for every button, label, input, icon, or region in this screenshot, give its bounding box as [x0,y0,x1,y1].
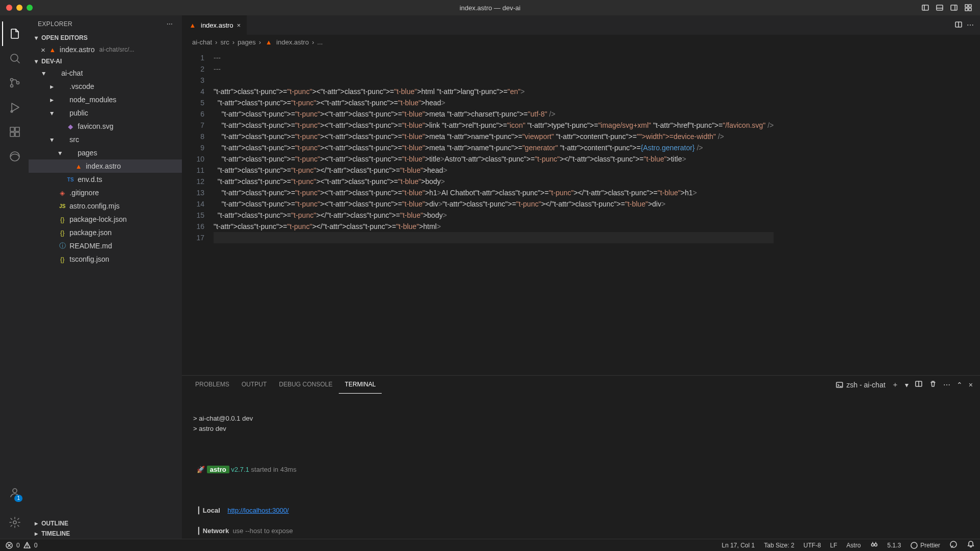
chevron-right-icon: ▸ [33,520,40,527]
breadcrumb-item[interactable]: index.astro [276,38,309,46]
panel-more-icon[interactable]: ⋯ [943,381,950,389]
editor-tab-active[interactable]: ▲ index.astro × [182,15,247,35]
explorer-activity-button[interactable] [2,21,27,46]
edge-activity-button[interactable] [2,144,27,169]
tree-item-label: tsconfig.json [69,255,109,263]
tree-item[interactable]: ⓘREADME.md [29,239,182,252]
toggle-secondary-sidebar-icon[interactable] [947,2,961,13]
encoding-status[interactable]: UTF-8 [804,542,821,549]
tree-item[interactable]: ▸.vscode [29,80,182,93]
close-window-button[interactable] [6,5,12,11]
split-editor-icon[interactable] [954,20,963,30]
chevron-down-icon: ▾ [33,58,40,65]
tree-item[interactable]: ▾ai-chat [29,66,182,80]
kill-terminal-icon[interactable] [929,380,937,389]
svg-point-36 [911,542,917,548]
file-tree: ▾ai-chat▸.vscode▸node_modules▾public◆fav… [29,66,182,266]
eol-status[interactable]: LF [830,542,837,549]
tree-item-label: favicon.svg [78,122,113,130]
explorer-sidebar: EXPLORER ⋯ ▾ OPEN EDITORS × ▲ index.astr… [29,15,182,539]
editor-tabs: ▲ index.astro × ⋯ [182,15,980,35]
git-file-icon: ◈ [58,188,67,197]
breadcrumb-item[interactable]: src [220,38,229,46]
close-tab-icon[interactable]: × [237,21,241,29]
panel-tab[interactable]: PROBLEMS [189,376,236,394]
tree-item[interactable]: ▸node_modules [29,93,182,106]
minimize-window-button[interactable] [16,5,22,11]
tree-item-label: src [69,135,79,144]
search-activity-button[interactable] [2,46,27,71]
toggle-primary-sidebar-icon[interactable] [919,2,932,13]
panel-tab[interactable]: DEBUG CONSOLE [273,376,339,394]
tree-item-label: .gitignore [69,189,99,197]
check-icon [910,541,918,549]
language-status[interactable]: Astro [847,542,861,549]
tree-item-label: ai-chat [61,69,83,77]
maximize-panel-icon[interactable]: ⌃ [956,381,963,389]
extensions-activity-button[interactable] [2,120,27,144]
tree-item-label: package-lock.json [69,215,127,223]
maximize-window-button[interactable] [27,5,33,11]
accounts-activity-button[interactable]: 1 [2,480,27,505]
source-control-activity-button[interactable] [2,71,27,95]
outline-section-header[interactable]: ▸ OUTLINE [29,518,182,529]
copilot-icon[interactable] [870,540,878,550]
tree-item[interactable]: {}package-lock.json [29,213,182,226]
indentation-status[interactable]: Tab Size: 2 [764,542,794,549]
feedback-icon[interactable] [949,540,958,550]
panel-tab[interactable]: TERMINAL [339,376,382,394]
tree-item[interactable]: ◈.gitignore [29,186,182,199]
svg-point-35 [874,544,877,546]
version-status[interactable]: 5.1.3 [888,542,901,549]
customize-layout-icon[interactable] [962,2,975,13]
bottom-panel: PROBLEMSOUTPUTDEBUG CONSOLETERMINAL zsh … [182,375,980,539]
svg-marker-15 [12,103,19,111]
notifications-icon[interactable] [967,540,975,550]
svg-rect-9 [969,8,971,11]
open-editor-item[interactable]: × ▲ index.astro ai-chat/src/... [29,43,182,56]
split-terminal-icon[interactable] [915,380,923,389]
tree-item[interactable]: {}tsconfig.json [29,252,182,266]
terminal-dropdown-icon[interactable]: ▾ [905,381,908,389]
tree-item[interactable]: ▾src [29,133,182,146]
panel-tab[interactable]: OUTPUT [236,376,273,394]
cursor-position[interactable]: Ln 17, Col 1 [721,542,755,549]
close-editor-icon[interactable]: × [41,45,45,54]
tree-item[interactable]: ▾pages [29,146,182,159]
tree-item[interactable]: ◆favicon.svg [29,120,182,133]
open-editors-section-header[interactable]: ▾ OPEN EDITORS [29,33,182,43]
breadcrumb-item[interactable]: pages [238,38,255,46]
settings-activity-button[interactable] [2,510,27,535]
timeline-section-header[interactable]: ▸ TIMELINE [29,529,182,539]
breadcrumb-item[interactable]: ... [317,38,323,46]
close-panel-icon[interactable]: × [969,381,973,389]
terminal-content[interactable]: > ai-chat@0.0.1 dev> astro dev 🚀 astro v… [182,394,980,539]
new-terminal-icon[interactable]: ＋ [892,380,899,389]
tree-item[interactable]: TSenv.d.ts [29,173,182,186]
local-url-link[interactable]: http://localhost:3000/ [227,507,289,514]
run-debug-activity-button[interactable] [2,95,27,120]
editor-more-icon[interactable]: ⋯ [967,21,974,29]
tree-item[interactable]: JSastro.config.mjs [29,199,182,213]
breadcrumbs[interactable]: ai-chat›src›pages›▲index.astro›... [182,35,980,49]
code-content[interactable]: ------ "t-attr">class"t-punc">="t-punc">… [214,49,774,375]
breadcrumb-item[interactable]: ai-chat [192,38,212,46]
project-section-header[interactable]: ▾ DEV-AI [29,56,182,66]
ts-file-icon: TS [66,175,75,184]
terminal-shell-selector[interactable]: zsh - ai-chat [835,381,885,389]
code-editor[interactable]: 1234567891011121314151617 ------ "t-attr… [182,49,980,375]
folder-icon [58,95,67,104]
tree-item[interactable]: ▾public [29,106,182,120]
svg-rect-18 [15,127,19,131]
astro-file-icon: ▲ [188,20,197,30]
tree-item-label: env.d.ts [78,175,102,183]
tree-item[interactable]: ▲index.astro [29,159,182,173]
tree-item[interactable]: {}package.json [29,226,182,239]
prettier-status[interactable]: Prettier [910,541,940,549]
folder-icon [58,108,67,118]
md-file-icon: ⓘ [58,241,67,250]
explorer-more-icon[interactable]: ⋯ [167,20,173,28]
problems-status[interactable]: 0 0 [5,541,37,549]
rocket-icon: 🚀 [197,466,205,473]
toggle-panel-icon[interactable] [933,2,946,13]
